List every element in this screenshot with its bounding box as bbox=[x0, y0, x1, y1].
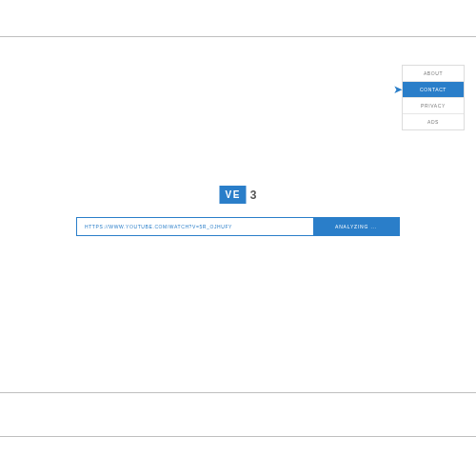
divider-top bbox=[0, 36, 476, 37]
logo-suffix: 3 bbox=[250, 188, 257, 202]
menu-item-label: Ads bbox=[427, 119, 439, 125]
menu-item-label: About bbox=[424, 70, 443, 76]
menu-item-label: Privacy bbox=[421, 103, 446, 109]
menu-item-contact[interactable]: ➤ Contact bbox=[403, 82, 464, 98]
dropdown-menu: About ➤ Contact Privacy Ads bbox=[402, 65, 465, 130]
analyze-button[interactable]: Analyzing ... bbox=[313, 218, 399, 235]
logo-badge: VE bbox=[219, 186, 246, 204]
menu-item-ads[interactable]: Ads bbox=[403, 114, 464, 129]
divider-bottom-1 bbox=[0, 392, 476, 393]
divider-bottom-2 bbox=[0, 436, 476, 437]
menu-item-label: Contact bbox=[420, 87, 446, 92]
analyze-button-label: Analyzing ... bbox=[335, 224, 377, 229]
cursor-icon: ➤ bbox=[393, 83, 404, 96]
search-bar: Analyzing ... bbox=[76, 217, 400, 236]
logo: VE 3 bbox=[219, 186, 256, 204]
menu-item-privacy[interactable]: Privacy bbox=[403, 98, 464, 114]
menu-item-about[interactable]: About bbox=[403, 66, 464, 82]
url-input[interactable] bbox=[77, 218, 313, 235]
